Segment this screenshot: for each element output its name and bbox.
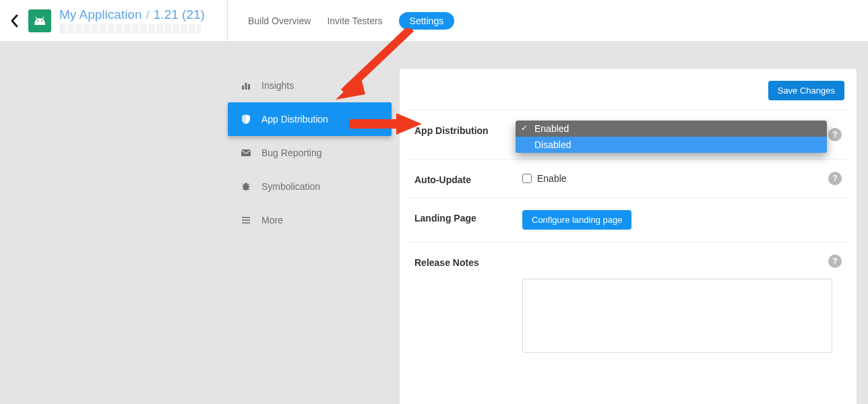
row-app-distribution: App Distribution Enabled Disabled ? [409, 110, 847, 159]
help-icon[interactable]: ? [828, 172, 842, 185]
nav-invite-testers[interactable]: Invite Testers [327, 15, 382, 26]
sidebar-item-label: Symbolication [261, 181, 320, 192]
app-logo [28, 9, 51, 32]
chevron-left-icon [10, 14, 20, 28]
breadcrumb-separator: / [146, 7, 150, 23]
sidebar-item-more[interactable]: More [228, 203, 392, 237]
auto-update-checkbox[interactable] [522, 174, 532, 183]
row-auto-update: Auto-Update Enable ? [409, 159, 847, 197]
row-label-landing-page: Landing Page [414, 210, 516, 224]
sidebar-item-label: App Distribution [261, 114, 328, 125]
sidebar-item-symbolication[interactable]: Symbolication [228, 170, 392, 203]
body-area: Insights App Distribution Bug Reporting … [0, 42, 868, 404]
svg-rect-5 [245, 83, 247, 90]
svg-line-1 [42, 17, 44, 19]
topbar-left: My Application / 1.21 (21) [0, 0, 228, 41]
topbar: My Application / 1.21 (21) Build Overvie… [0, 0, 868, 42]
row-label-auto-update: Auto-Update [414, 172, 516, 185]
sidebar-item-bug-reporting[interactable]: Bug Reporting [228, 136, 392, 170]
svg-rect-4 [242, 86, 244, 90]
row-label-app-distribution: App Distribution [414, 123, 516, 136]
svg-line-14 [243, 189, 244, 190]
side-nav: Insights App Distribution Bug Reporting … [228, 69, 392, 237]
card-header: Save Changes [409, 78, 847, 110]
menu-icon [240, 214, 252, 226]
topbar-nav: Build Overview Invite Testers Settings [228, 12, 454, 30]
sidebar-item-label: Bug Reporting [261, 147, 322, 158]
shield-icon [240, 113, 252, 125]
dropdown-option-disabled[interactable]: Disabled [516, 137, 827, 153]
help-icon[interactable]: ? [828, 255, 842, 268]
svg-rect-6 [248, 84, 250, 90]
row-landing-page: Landing Page Configure landing page [409, 197, 847, 242]
svg-point-3 [41, 20, 42, 22]
configure-landing-page-button[interactable]: Configure landing page [522, 210, 631, 230]
release-notes-textarea[interactable] [522, 279, 832, 353]
dropdown-popover: Enabled Disabled [516, 121, 827, 153]
row-label-release-notes: Release Notes [414, 255, 516, 268]
app-titles: My Application / 1.21 (21) [59, 7, 205, 34]
nav-settings[interactable]: Settings [399, 12, 455, 30]
dropdown-option-enabled[interactable]: Enabled [516, 121, 827, 137]
svg-line-0 [36, 17, 37, 19]
app-version[interactable]: 1.21 (21) [154, 7, 205, 23]
sidebar-item-app-distribution[interactable]: App Distribution [228, 102, 392, 136]
svg-point-9 [245, 182, 247, 185]
svg-line-15 [248, 189, 249, 190]
app-name[interactable]: My Application [59, 7, 142, 23]
app-distribution-select[interactable]: Enabled Disabled [522, 123, 822, 147]
sidebar-item-label: Insights [261, 80, 294, 91]
sidebar-item-label: More [261, 215, 283, 226]
row-release-notes: Release Notes ? [409, 242, 847, 365]
help-icon[interactable]: ? [828, 128, 842, 141]
insights-icon [240, 79, 252, 92]
back-button[interactable] [5, 14, 24, 28]
bug-icon [240, 180, 252, 193]
android-icon [32, 15, 47, 26]
settings-card: Save Changes App Distribution Enabled Di… [400, 69, 857, 404]
svg-line-12 [243, 184, 245, 185]
sidebar-item-insights[interactable]: Insights [228, 69, 392, 102]
app-subtitle-redacted [59, 24, 201, 34]
svg-line-13 [248, 184, 250, 185]
save-changes-button[interactable]: Save Changes [768, 81, 844, 100]
auto-update-checkbox-wrap[interactable]: Enable [522, 173, 822, 184]
mail-icon [240, 147, 252, 159]
nav-build-overview[interactable]: Build Overview [248, 15, 311, 26]
svg-point-2 [37, 20, 38, 22]
svg-rect-7 [241, 149, 251, 156]
auto-update-checkbox-label: Enable [537, 173, 567, 184]
